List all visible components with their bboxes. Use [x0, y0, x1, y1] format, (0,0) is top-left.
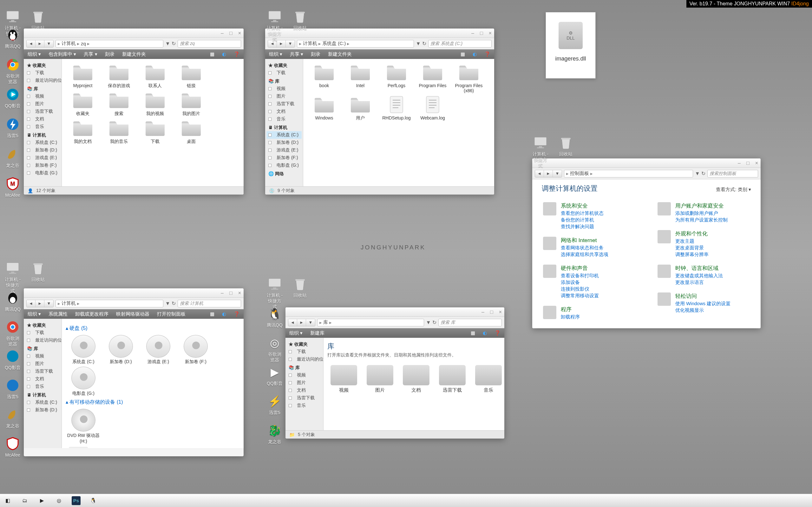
sidebar-item[interactable]: 迅雷下载 [287, 394, 322, 402]
cp-category[interactable]: 程序卸载程序 [543, 306, 635, 321]
desktop-icon-chrome[interactable]: ◎谷歌浏览器 [266, 335, 283, 363]
desktop-icon-game[interactable]: 龙之谷 [4, 146, 21, 169]
cp-link[interactable]: 调整屏幕分辨率 [675, 251, 709, 258]
cp-category[interactable]: 外观和个性化更改主题更改桌面背景调整屏幕分辨率 [658, 230, 750, 258]
sidebar-item[interactable]: 图片 [25, 100, 60, 108]
cp-link[interactable]: 卸载程序 [561, 314, 580, 320]
cp-category[interactable]: 用户账户和家庭安全添加或删除用户账户为所有用户设置家长控制 [658, 202, 750, 224]
cp-category[interactable]: 轻松访问使用 Windows 建议的设置优化视频显示 [658, 292, 750, 314]
cp-category[interactable]: 网络和 Internet查看网络状态和任务选择家庭组和共享选项 [543, 237, 635, 258]
desktop-icon-qq[interactable]: 腾讯QQ [4, 26, 21, 49]
drive-item[interactable]: 游戏盘 (E:) [141, 335, 176, 365]
sidebar-item[interactable]: 下载 [287, 348, 322, 355]
cp-link[interactable]: 添加设备 [561, 279, 599, 285]
explorer-icon[interactable]: 🗂 [20, 496, 29, 505]
folder-item[interactable]: book [307, 63, 341, 93]
cp-link[interactable]: 备份您的计算机 [561, 217, 604, 223]
library-item[interactable]: 文档 [403, 365, 429, 393]
folder-item[interactable]: 桌面 [174, 118, 208, 145]
max-button[interactable]: □ [480, 31, 483, 36]
folder-item[interactable]: 链接 [174, 63, 208, 89]
search-input[interactable]: 搜索 系统盘 (C:) [428, 40, 492, 48]
desktop-icon-recycle[interactable]: 回收站 [30, 260, 46, 283]
desktop-icon-computer[interactable]: 计算机 - 快捷方式 [266, 276, 283, 310]
sidebar-item[interactable]: 音乐 [266, 115, 302, 123]
sidebar-item[interactable]: 新加卷 (D:) [25, 406, 60, 414]
folder-item[interactable]: Windows [307, 95, 341, 121]
toolbar-item[interactable]: 刻录 [311, 51, 320, 57]
cp-link[interactable]: 连接到投影仪 [561, 286, 599, 292]
sidebar-item[interactable]: 文档 [287, 387, 322, 394]
cp-link[interactable]: 查找并解决问题 [561, 224, 604, 230]
sidebar-item[interactable]: 游戏盘 (E:) [25, 154, 60, 162]
folder-item[interactable]: Program Files (x86) [452, 63, 486, 93]
file-item[interactable]: RHDSetup.log [379, 95, 414, 121]
sidebar-item[interactable]: 下载 [25, 329, 60, 337]
sidebar-item[interactable]: 图片 [266, 93, 302, 100]
explorer-window-cdrive[interactable]: –□× ◄►▼ ▸计算机▸系统盘 (C:)▸ ▼ ↻ 搜索 系统盘 (C:) 组… [265, 29, 494, 194]
nav-buttons[interactable]: ◄►▼ [26, 40, 54, 48]
cp-link[interactable]: 使用 Windows 建议的设置 [675, 301, 730, 307]
desktop-icon-recycle[interactable]: 回收站 [292, 276, 308, 298]
folder-item[interactable]: PerfLogs [379, 63, 414, 93]
sidebar-item[interactable]: 文档 [25, 375, 60, 383]
taskbar[interactable]: ◧ 🗂 ▶ ◎ Ps 🐧 [0, 494, 812, 507]
sidebar-item[interactable]: 文档 [25, 115, 60, 123]
desktop-icon-mcafee[interactable]: McAfee [4, 435, 21, 458]
sidebar-item[interactable]: 最近访问的位置 [25, 337, 60, 344]
view-mode[interactable]: 查看方式: 类别 ▾ [716, 187, 751, 193]
folder-item[interactable]: Program Files [415, 63, 450, 93]
toolbar-item[interactable]: 打开控制面板 [157, 311, 186, 317]
toolbar-item[interactable]: 组织 ▾ [269, 51, 282, 57]
toolbar-item[interactable]: 映射网络驱动器 [116, 311, 149, 317]
address-bar[interactable]: ▸计算机▸ [55, 300, 163, 307]
desktop-icon-recycle[interactable]: 回收站 [292, 8, 308, 31]
max-button[interactable]: □ [229, 31, 233, 36]
desktop-icon-xunlei[interactable]: 迅雷5 [4, 377, 21, 400]
sidebar-item[interactable]: 最近访问的位置 [25, 77, 60, 84]
sidebar-item[interactable]: 视频 [25, 93, 60, 100]
folder-item[interactable]: Intel [343, 63, 377, 93]
sidebar-item[interactable]: 音乐 [25, 383, 60, 390]
toolbar-item[interactable]: 新建库 [310, 330, 324, 336]
toolbar-item[interactable]: 卸载或更改程序 [75, 311, 108, 317]
cp-link[interactable]: 更改主题 [675, 238, 709, 244]
address-bar[interactable]: ▸控制面板▸ [564, 170, 693, 177]
min-button[interactable]: – [221, 31, 223, 36]
sidebar-item[interactable]: 音乐 [25, 123, 60, 130]
sidebar-item[interactable]: 文档 [266, 108, 302, 115]
sidebar-item[interactable]: 图片 [25, 360, 60, 368]
sidebar-item[interactable]: 视频 [25, 352, 60, 360]
sidebar-item[interactable]: 系统盘 (C:) [25, 399, 60, 406]
search-input[interactable]: 搜索控制面板 [707, 170, 758, 177]
sidebar-item[interactable]: 新加卷 (F:) [25, 162, 60, 169]
folder-item[interactable]: 搜索 [102, 91, 136, 117]
desktop-icon-chrome[interactable]: 谷歌浏览器 [4, 319, 21, 347]
address-bar[interactable]: ▸计算机▸系统盘 (C:)▸ [297, 40, 414, 48]
folder-item[interactable]: 我的图片 [174, 91, 208, 117]
drive-item[interactable]: 新加卷 (D:) [103, 335, 139, 365]
min-button[interactable]: – [471, 31, 474, 36]
toolbar[interactable]: 组织 ▾包含到库中 ▾共享 ▾刻录新建文件夹▦◐❓ [24, 49, 244, 59]
library-item[interactable]: 音乐 [475, 365, 502, 393]
sidebar[interactable]: ★ 收藏夹下载📚 库视频图片迅雷下载文档音乐🖥 计算机系统盘 (C:)新加卷 (… [265, 59, 303, 186]
cp-link[interactable]: 选择家庭组和共享选项 [561, 251, 608, 258]
sidebar[interactable]: ★ 收藏夹下载最近访问的位置📚 库视频图片文档迅雷下载音乐 [286, 338, 323, 430]
cp-link[interactable]: 添加或删除用户账户 [675, 210, 728, 216]
toolbar-item[interactable]: 包含到库中 ▾ [49, 51, 76, 57]
desktop-icon-computer[interactable]: 计算机 - 快捷方式 [4, 260, 21, 294]
search-input[interactable]: 搜索 计算机 [177, 300, 241, 307]
explorer-window-libraries[interactable]: –□× ◄►▼ ▸库▸ ▼ ↻ 搜索 库 组织 ▾新建库▦◐❓ ★ 收藏夹下载最… [286, 307, 504, 439]
toolbar-item[interactable]: 组织 ▾ [289, 330, 303, 336]
sidebar-item[interactable]: 新加卷 (F:) [266, 154, 302, 162]
qq-icon[interactable]: 🐧 [89, 496, 98, 505]
library-item[interactable]: 图片 [367, 365, 393, 393]
sidebar-item[interactable]: 电影盘 (G:) [266, 162, 302, 169]
sidebar-item[interactable]: 游戏盘 (E:) [266, 147, 302, 154]
folder-item[interactable]: 联系人 [138, 63, 172, 89]
search-input[interactable]: 搜索 zq [177, 40, 241, 48]
folder-item[interactable]: 下载 [138, 118, 172, 145]
sidebar-item[interactable]: 图片 [287, 379, 322, 387]
start-button[interactable]: ◧ [3, 496, 12, 505]
sidebar-item[interactable]: 迅雷下载 [266, 100, 302, 108]
